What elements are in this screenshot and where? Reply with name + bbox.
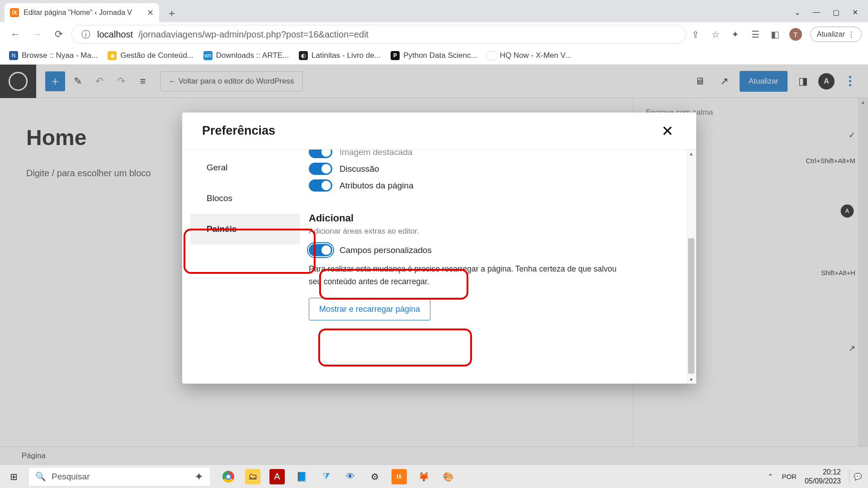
share-icon[interactable]: ⇪: [690, 28, 702, 40]
bookmark-item[interactable]: NBrowse :: Nyaa - Ma...: [9, 51, 98, 60]
windows-taskbar: ⊞ 🔍 Pesquisar ✦ 🗂 A 📘 ⧩ 👁 ⚙ ΙΧ 🦊 🎨 ⌃ POR…: [0, 465, 868, 488]
bookmark-item[interactable]: ◐Latinitas - Livro de...: [299, 51, 381, 60]
tray-clock[interactable]: 20:12 05/09/2023: [805, 468, 841, 485]
reload-page-button[interactable]: Mostrar e recarregar página: [309, 298, 430, 320]
profile-avatar[interactable]: T: [789, 28, 802, 41]
kebab-icon: ⋮: [848, 30, 855, 39]
browser-tab-active[interactable]: ΙΧ Editar página "Home" ‹ Jornada V ✕: [5, 3, 159, 22]
chevron-down-icon[interactable]: ⌄: [794, 8, 800, 17]
xampp-icon: ΙΧ: [10, 8, 19, 17]
taskbar-app-paint[interactable]: 🎨: [440, 469, 456, 484]
bookmark-item[interactable]: New!HQ Now - X-Men V...: [487, 51, 571, 60]
tab-title: Editar página "Home" ‹ Jornada V: [24, 9, 132, 17]
browser-tab-strip: ΙΧ Editar página "Home" ‹ Jornada V ✕ ＋ …: [0, 0, 868, 22]
site-info-icon[interactable]: ⓘ: [80, 28, 92, 40]
wordpress-editor: ＋ ✎ ↶ ↷ ≡ ← Voltar para o editor do Word…: [0, 65, 868, 465]
bookmark-star-icon[interactable]: ☆: [710, 28, 722, 40]
taskbar-app-acrobat[interactable]: A: [269, 469, 285, 484]
window-minimize-icon[interactable]: —: [813, 8, 820, 17]
taskbar-app-settings[interactable]: ⚙: [367, 469, 382, 484]
notifications-icon[interactable]: 💬: [849, 470, 862, 483]
side-panel-icon[interactable]: ◧: [769, 28, 781, 40]
forward-button: →: [28, 25, 46, 43]
extensions-icon[interactable]: ✦: [730, 28, 741, 40]
browser-toolbar: ← → ⟳ ⓘ localhost/jornadaviagens/wp-admi…: [0, 22, 868, 47]
reading-list-icon[interactable]: ☰: [750, 28, 761, 40]
tray-chevron-icon[interactable]: ⌃: [768, 473, 774, 481]
toggle-page-attributes[interactable]: [309, 179, 332, 192]
bookmark-item[interactable]: wnDownloads :: ARTE...: [203, 51, 289, 60]
favicon-icon: P: [391, 51, 400, 60]
annotation-highlight: [318, 328, 472, 366]
favicon-icon: wn: [203, 51, 212, 60]
taskbar-app-chrome[interactable]: [221, 469, 236, 484]
new-tab-button[interactable]: ＋: [164, 5, 180, 21]
taskbar-search[interactable]: 🔍 Pesquisar ✦: [29, 468, 210, 486]
favicon-icon: ◆: [108, 51, 117, 60]
nav-tab-general[interactable]: Geral: [190, 152, 300, 183]
favicon-icon: ◐: [299, 51, 308, 60]
chrome-update-button[interactable]: Atualizar ⋮: [810, 27, 862, 42]
toggle-featured-image[interactable]: [309, 150, 332, 158]
toggle-discussion[interactable]: [309, 163, 332, 175]
search-placeholder: Pesquisar: [52, 472, 90, 482]
scrollbar[interactable]: ▴ ▾: [686, 150, 696, 384]
url-path: /jornadaviagens/wp-admin/post.php?post=1…: [138, 29, 368, 40]
bookmark-item[interactable]: PPython Data Scienc...: [391, 51, 477, 60]
system-tray[interactable]: ⌃ POR 20:12 05/09/2023 💬: [761, 468, 868, 485]
url-host: localhost: [97, 29, 133, 40]
favicon-icon: New!: [487, 51, 496, 60]
section-subtitle: Adicionar áreas extras ao editor.: [309, 227, 678, 236]
back-button[interactable]: ←: [6, 25, 24, 43]
close-tab-icon[interactable]: ✕: [147, 8, 154, 18]
bookmarks-bar: NBrowse :: Nyaa - Ma... ◆Gestão de Conte…: [0, 47, 868, 65]
bookmark-item[interactable]: ◆Gestão de Conteúd...: [108, 51, 193, 60]
annotation-highlight: [319, 269, 468, 300]
window-close-icon[interactable]: ✕: [852, 8, 858, 17]
search-icon: 🔍: [35, 471, 46, 482]
taskbar-app-explorer[interactable]: 🗂: [245, 469, 260, 484]
start-button[interactable]: ⊞: [0, 465, 27, 488]
taskbar-app-preview[interactable]: 👁: [343, 469, 358, 484]
window-maximize-icon[interactable]: ▢: [833, 8, 840, 17]
nav-tab-blocks[interactable]: Blocos: [190, 183, 300, 214]
taskbar-app-book[interactable]: 📘: [294, 469, 309, 484]
close-modal-button[interactable]: ✕: [658, 122, 676, 140]
favicon-icon: N: [9, 51, 18, 60]
taskbar-app-vscode[interactable]: ⧩: [318, 469, 334, 484]
section-heading: Adicional: [309, 212, 678, 224]
annotation-highlight: [184, 229, 316, 274]
taskbar-app-gimp[interactable]: 🦊: [416, 469, 431, 484]
modal-title: Preferências: [202, 124, 275, 138]
reload-button[interactable]: ⟳: [50, 25, 68, 43]
taskbar-app-xampp[interactable]: ΙΧ: [392, 469, 407, 484]
tray-language[interactable]: POR: [782, 473, 797, 480]
address-bar[interactable]: ⓘ localhost/jornadaviagens/wp-admin/post…: [71, 25, 686, 44]
